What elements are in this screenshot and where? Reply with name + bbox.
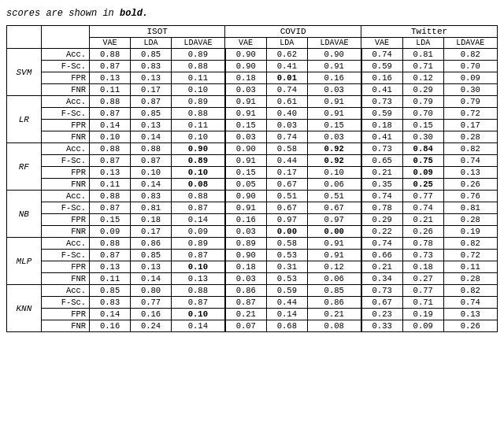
cell-value: 0.14 <box>90 120 131 131</box>
cell-value: 0.10 <box>171 261 224 273</box>
classifier-label: SVM <box>7 49 42 96</box>
metric-label: F-Sc. <box>41 155 89 167</box>
cell-value: 0.88 <box>171 108 224 120</box>
cell-value: 0.22 <box>361 226 403 238</box>
cell-value: 0.90 <box>171 143 224 155</box>
cell-value: 0.33 <box>361 320 403 332</box>
cell-value: 0.87 <box>90 155 131 167</box>
cell-value: 0.26 <box>402 226 443 238</box>
cell-value: 0.19 <box>402 309 443 320</box>
cell-value: 0.74 <box>361 49 403 61</box>
cell-value: 0.26 <box>443 179 497 191</box>
cell-value: 0.87 <box>225 297 267 309</box>
cell-value: 0.10 <box>90 131 131 143</box>
cell-value: 0.88 <box>171 61 224 72</box>
cell-value: 0.30 <box>402 131 443 143</box>
cell-value: 0.88 <box>90 143 131 155</box>
cell-value: 0.03 <box>307 84 361 96</box>
cell-value: 0.14 <box>171 320 224 332</box>
cell-value: 0.13 <box>90 167 131 179</box>
cell-value: 0.30 <box>443 84 497 96</box>
cell-value: 0.83 <box>131 191 172 202</box>
cell-value: 0.59 <box>266 285 307 297</box>
cell-value: 0.16 <box>225 214 267 226</box>
cell-value: 0.81 <box>402 49 443 61</box>
metric-label: Acc. <box>41 285 89 297</box>
cell-value: 0.06 <box>307 179 361 191</box>
cell-value: 0.03 <box>225 226 267 238</box>
col-isot-ldavae: LDAVAE <box>171 38 224 49</box>
cell-value: 0.03 <box>225 273 267 285</box>
metric-label: FNR <box>41 131 89 143</box>
cell-value: 0.13 <box>90 261 131 273</box>
col-twitter-ldavae: LDAVAE <box>443 38 497 49</box>
metric-label: FNR <box>41 84 89 96</box>
cell-value: 0.15 <box>90 214 131 226</box>
cell-value: 0.34 <box>361 273 403 285</box>
metric-label: F-Sc. <box>41 61 89 72</box>
group-header-twitter: Twitter <box>361 26 498 38</box>
cell-value: 0.11 <box>90 84 131 96</box>
cell-value: 0.15 <box>225 120 267 131</box>
cell-value: 0.85 <box>131 49 172 61</box>
cell-value: 0.97 <box>307 214 361 226</box>
cell-value: 0.16 <box>361 72 403 84</box>
cell-value: 0.13 <box>90 72 131 84</box>
cell-value: 0.86 <box>131 238 172 250</box>
cell-value: 0.05 <box>225 179 267 191</box>
cell-value: 0.86 <box>307 297 361 309</box>
cell-value: 0.59 <box>361 108 403 120</box>
cell-value: 0.18 <box>361 120 403 131</box>
col-twitter-vae: VAE <box>361 38 403 49</box>
cell-value: 0.74 <box>443 155 497 167</box>
cell-value: 0.13 <box>131 261 172 273</box>
cell-value: 0.08 <box>171 179 224 191</box>
cell-value: 0.86 <box>225 285 267 297</box>
metric-label: FNR <box>41 273 89 285</box>
cell-value: 0.66 <box>361 250 403 261</box>
cell-value: 0.27 <box>402 273 443 285</box>
cell-value: 0.16 <box>90 320 131 332</box>
cell-value: 0.15 <box>225 167 267 179</box>
intro-bold: bold. <box>120 8 148 19</box>
metric-label: Acc. <box>41 191 89 202</box>
cell-value: 0.13 <box>131 72 172 84</box>
classifier-label: KNN <box>7 285 42 332</box>
metric-label: FPR <box>41 167 89 179</box>
cell-value: 0.87 <box>171 297 224 309</box>
metric-label: F-Sc. <box>41 108 89 120</box>
cell-value: 0.28 <box>443 214 497 226</box>
cell-value: 0.44 <box>266 155 307 167</box>
cell-value: 0.25 <box>402 179 443 191</box>
cell-value: 0.18 <box>402 261 443 273</box>
cell-value: 0.92 <box>307 155 361 167</box>
cell-value: 0.24 <box>131 320 172 332</box>
cell-value: 0.40 <box>266 108 307 120</box>
cell-value: 0.74 <box>443 297 497 309</box>
cell-value: 0.44 <box>266 297 307 309</box>
cell-value: 0.67 <box>361 297 403 309</box>
cell-value: 0.53 <box>266 250 307 261</box>
cell-value: 0.14 <box>171 214 224 226</box>
cell-value: 0.91 <box>225 155 267 167</box>
cell-value: 0.88 <box>171 191 224 202</box>
cell-value: 0.67 <box>266 202 307 214</box>
cell-value: 0.90 <box>225 61 267 72</box>
col-covid-lda: LDA <box>266 38 307 49</box>
metric-label: FNR <box>41 320 89 332</box>
cell-value: 0.71 <box>402 297 443 309</box>
cell-value: 0.81 <box>131 202 172 214</box>
metric-label: F-Sc. <box>41 202 89 214</box>
cell-value: 0.83 <box>131 61 172 72</box>
intro-paragraph: scores are shown in bold. <box>6 8 498 19</box>
cell-value: 0.90 <box>307 49 361 61</box>
cell-value: 0.89 <box>171 96 224 108</box>
cell-value: 0.82 <box>443 143 497 155</box>
cell-value: 0.41 <box>361 84 403 96</box>
cell-value: 0.87 <box>171 250 224 261</box>
metric-label: F-Sc. <box>41 297 89 309</box>
cell-value: 0.71 <box>402 61 443 72</box>
cell-value: 0.12 <box>307 261 361 273</box>
cell-value: 0.74 <box>361 238 403 250</box>
cell-value: 0.88 <box>90 238 131 250</box>
